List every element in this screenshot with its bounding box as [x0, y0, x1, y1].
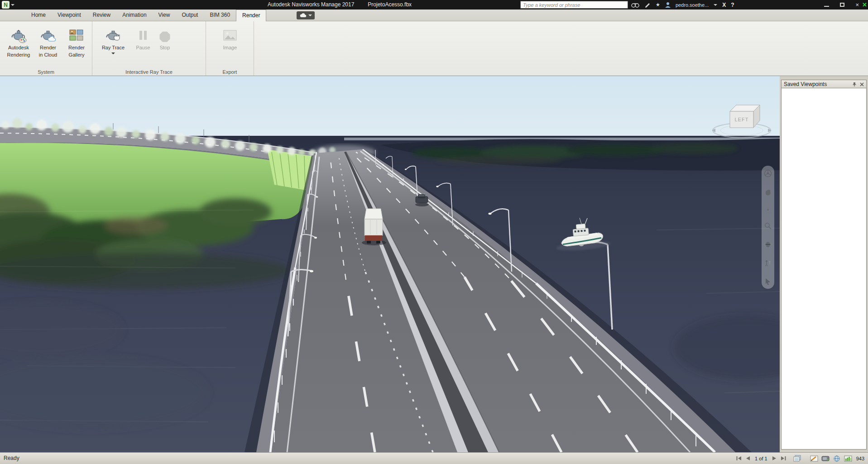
pause-button: Pause: [132, 24, 154, 71]
help-icon[interactable]: ?: [731, 2, 734, 8]
pencil-icon[interactable]: [644, 2, 651, 8]
binoculars-icon[interactable]: [631, 2, 639, 8]
maximize-button[interactable]: [840, 3, 844, 7]
group-label-export: Export: [206, 69, 254, 75]
titlebar-icons: ★ pedro.soethe... X ?: [631, 0, 734, 10]
pan-hand-icon[interactable]: [764, 189, 772, 196]
orbit-icon[interactable]: [764, 241, 772, 248]
tab-animation[interactable]: Animation: [116, 10, 152, 21]
pencil-indicator-icon: [810, 455, 818, 462]
saved-viewpoints-header: Saved Viewpoints: [781, 80, 867, 88]
sheet-browser-icon[interactable]: [793, 455, 801, 462]
tab-view[interactable]: View: [153, 10, 176, 21]
sheet-page-indicator: 1 of 1: [755, 456, 767, 461]
group-label-interactive-ray-trace: Interactive Ray Trace: [92, 69, 206, 75]
render-gallery-button[interactable]: Render Gallery: [63, 24, 90, 71]
zoom-icon[interactable]: [764, 222, 772, 230]
teapot-palette-icon: [10, 27, 27, 43]
pause-icon: [135, 27, 151, 43]
close-button[interactable]: ×: [855, 0, 859, 10]
teapot-cloud-icon: [40, 27, 56, 43]
steering-wheel-icon[interactable]: [764, 169, 772, 177]
document-name: ProjetoAcesso.fbx: [368, 1, 412, 8]
render-quick-access-button[interactable]: [297, 11, 315, 19]
status-bar-right: 1 of 1: [736, 453, 864, 464]
next-sheet-icon[interactable]: [772, 456, 777, 461]
tab-review[interactable]: Review: [87, 10, 116, 21]
viewcube-face-label: LEFT: [735, 117, 749, 122]
tab-home[interactable]: Home: [25, 10, 52, 21]
app-title: Autodesk Navisworks Manage 2017: [268, 1, 354, 8]
corner-marker-icon: ✕: [862, 0, 867, 9]
autodesk-rendering-button[interactable]: Autodesk Rendering: [5, 24, 33, 71]
memory-indicator-icon: [844, 455, 852, 462]
pin-panel-icon[interactable]: [852, 81, 857, 87]
navigation-bar: [762, 166, 774, 289]
export-image-button: Image: [219, 24, 241, 71]
saved-viewpoints-panel: Saved Viewpoints: [781, 80, 867, 450]
disk-indicator-icon: [821, 455, 830, 462]
ribbon-tab-bar: Home Viewpoint Review Animation View Out…: [0, 10, 868, 21]
close-panel-icon[interactable]: [859, 81, 865, 87]
ray-trace-dropdown-icon[interactable]: [111, 53, 115, 56]
signed-in-user[interactable]: pedro.soethe...: [676, 2, 709, 8]
star-favorites-icon[interactable]: ★: [656, 0, 660, 10]
viewport-3d[interactable]: LEFT: [0, 76, 780, 452]
stop-icon: [157, 27, 173, 43]
ribbon-group-system: Autodesk Rendering Render in Cloud: [0, 21, 92, 76]
cloud-icon: [300, 13, 307, 18]
render-in-cloud-button[interactable]: Render in Cloud: [34, 24, 62, 71]
search-input[interactable]: [521, 2, 628, 8]
tab-viewpoint[interactable]: Viewpoint: [52, 10, 87, 21]
dock-area: Saved Viewpoints: [780, 76, 868, 452]
teapot-hand-icon: [105, 27, 121, 43]
application-window: N Autodesk Navisworks Manage 2017Projeto…: [0, 0, 868, 464]
ribbon-group-export: Image Export: [206, 21, 254, 76]
minimize-button[interactable]: [824, 6, 829, 7]
viewcube[interactable]: LEFT: [710, 100, 773, 141]
panel-title: Saved Viewpoints: [784, 81, 852, 87]
last-sheet-icon[interactable]: [780, 456, 786, 461]
status-ready-text: Ready: [4, 453, 19, 464]
tab-bim360[interactable]: BIM 360: [204, 10, 236, 21]
tab-output[interactable]: Output: [176, 10, 204, 21]
previous-sheet-icon[interactable]: [745, 456, 750, 461]
gallery-grid-icon: [68, 27, 85, 43]
look-around-icon[interactable]: [764, 259, 772, 267]
search-box: [520, 1, 628, 9]
user-menu-chevron-icon[interactable]: [714, 4, 717, 8]
person-icon: [665, 2, 671, 8]
group-label-system: System: [0, 69, 92, 75]
web-server-indicator-icon: [833, 455, 841, 462]
tab-render[interactable]: Render: [236, 10, 266, 21]
cursor-arrow-icon[interactable]: [764, 278, 772, 285]
exchange-apps-icon[interactable]: X: [722, 2, 726, 8]
memory-value: 943: [856, 456, 864, 461]
first-sheet-icon[interactable]: [736, 456, 742, 461]
scene-canvas: [0, 76, 780, 452]
saved-viewpoints-list[interactable]: [781, 88, 867, 450]
stop-button: Stop: [155, 24, 175, 71]
window-controls: ×: [824, 0, 859, 10]
status-bar: Ready 1 of 1: [0, 452, 868, 464]
zoom-dot-icon[interactable]: [766, 208, 770, 211]
ribbon: Autodesk Rendering Render in Cloud: [0, 21, 868, 76]
ribbon-group-interactive-ray-trace: Ray Trace Pause Stop Interactive Ray Tra…: [92, 21, 206, 76]
ray-trace-button[interactable]: Ray Trace: [98, 24, 129, 71]
image-icon: [222, 27, 238, 43]
title-bar: N Autodesk Navisworks Manage 2017Projeto…: [0, 0, 868, 10]
